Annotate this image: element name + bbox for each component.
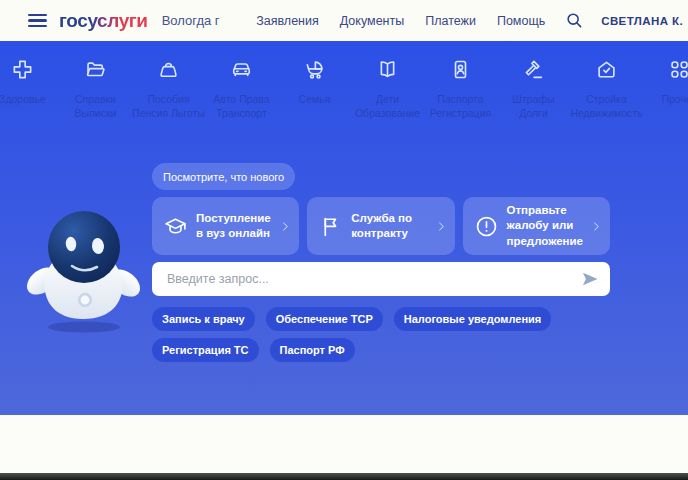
card-label: Отправьте жалобу или предложение [507, 203, 584, 249]
chip-doctor-appointment[interactable]: Запись к врачу [152, 307, 255, 331]
header-nav: Заявления Документы Платежи Помощь СВЕТЛ… [235, 11, 683, 31]
chip-vehicle-registration[interactable]: Регистрация ТС [152, 338, 259, 362]
flag-icon [318, 214, 343, 239]
card-contract-service[interactable]: Служба по контракту [307, 197, 454, 255]
category-label: Штрафы Долги [497, 92, 570, 120]
nav-item-payments[interactable]: Платежи [425, 14, 476, 28]
category-label: Стройка Недвижимость [570, 92, 643, 120]
house-check-icon [595, 58, 618, 85]
card-label: Служба по контракту [351, 211, 427, 242]
robot-assistant-graphic [22, 197, 144, 335]
location-selector[interactable]: Вологда г [162, 13, 220, 28]
card-complaint[interactable]: Отправьте жалобу или предложение [463, 197, 611, 255]
category-certificates[interactable]: Справки Выписки [59, 58, 132, 120]
content-strip [0, 415, 688, 473]
category-label: Справки Выписки [59, 92, 132, 120]
car-icon [230, 58, 253, 85]
category-label: Семья [299, 92, 331, 106]
card-university-admission[interactable]: Поступление в вуз онлайн [152, 197, 299, 255]
health-cross-icon [11, 58, 34, 85]
category-label: Паспорта Регистрация [424, 92, 497, 120]
category-auto[interactable]: Авто Права Транспорт [205, 58, 278, 120]
folder-icon [84, 58, 107, 85]
promo-cards: Поступление в вуз онлайн Служба по контр… [152, 197, 610, 255]
user-account-button[interactable]: СВЕТЛАНА К. [601, 15, 683, 27]
graduation-cap-icon [163, 214, 188, 239]
category-label: Пособия Пенсия Льготы [132, 92, 205, 120]
chip-passport-rf[interactable]: Паспорт РФ [270, 338, 355, 362]
grid-icon [668, 58, 688, 85]
nav-item-help[interactable]: Помощь [497, 14, 545, 28]
category-label: Дети Образование [351, 92, 424, 120]
whats-new-button[interactable]: Посмотрите, что нового [152, 163, 295, 190]
gosuslugi-logo[interactable]: госуслуги [59, 10, 148, 32]
category-realestate[interactable]: Стройка Недвижимость [570, 58, 643, 120]
category-benefits[interactable]: Пособия Пенсия Льготы [132, 58, 205, 120]
open-book-icon [376, 58, 399, 85]
purse-icon [157, 58, 180, 85]
hamburger-menu-icon[interactable] [28, 14, 47, 28]
chevron-right-icon [591, 221, 602, 232]
gosuslugi-home-page: госуслуги Вологда г Заявления Документы … [0, 0, 688, 480]
search-bar [152, 262, 610, 296]
chip-tsr-provision[interactable]: Обеспечение ТСР [266, 307, 383, 331]
quick-links: Запись к врачу Обеспечение ТСР Налоговые… [152, 307, 624, 362]
category-fines[interactable]: Штрафы Долги [497, 58, 570, 120]
category-label: Авто Права Транспорт [205, 92, 278, 120]
id-card-icon [449, 58, 472, 85]
category-passports[interactable]: Паспорта Регистрация [424, 58, 497, 120]
category-other[interactable]: Прочее [643, 58, 688, 120]
category-label: Здоровье [0, 92, 46, 106]
chip-tax-notifications[interactable]: Налоговые уведомления [394, 307, 551, 331]
robot-assistant[interactable] [22, 197, 144, 335]
exclamation-circle-icon [474, 214, 499, 239]
nav-item-documents[interactable]: Документы [340, 14, 404, 28]
hero-section: Здоровье Справки Выписки Пособия Пенсия … [0, 41, 688, 415]
nav-item-applications[interactable]: Заявления [256, 14, 319, 28]
category-bar: Здоровье Справки Выписки Пособия Пенсия … [0, 41, 688, 120]
chevron-right-icon [280, 221, 291, 232]
category-family[interactable]: Семья [278, 58, 351, 120]
send-arrow-icon[interactable] [580, 269, 600, 289]
card-label: Поступление в вуз онлайн [196, 211, 272, 242]
category-label: Прочее [661, 92, 688, 106]
chevron-right-icon [436, 221, 447, 232]
search-icon[interactable] [564, 11, 584, 31]
stroller-icon [303, 58, 326, 85]
bottom-bar [0, 473, 688, 480]
search-input[interactable] [165, 271, 580, 287]
header: госуслуги Вологда г Заявления Документы … [0, 0, 688, 41]
category-health[interactable]: Здоровье [0, 58, 59, 120]
gavel-icon [522, 58, 545, 85]
category-education[interactable]: Дети Образование [351, 58, 424, 120]
